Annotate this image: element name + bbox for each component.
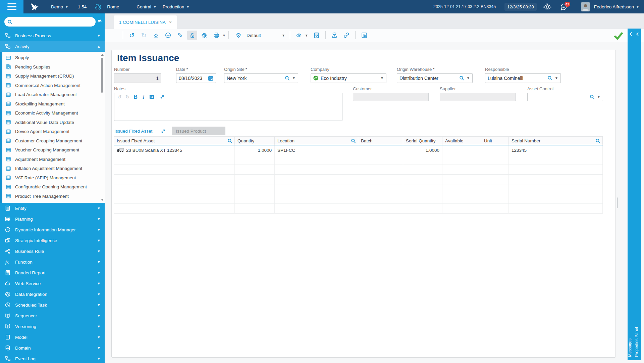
grid-row[interactable]	[114, 165, 603, 175]
column-header-serial-number[interactable]: Serial Number	[509, 137, 603, 145]
grid-row[interactable]	[114, 155, 603, 165]
search-icon[interactable]	[590, 94, 595, 99]
grid-row[interactable]	[114, 194, 603, 204]
grid-row[interactable]	[114, 204, 603, 214]
calendar-icon[interactable]	[208, 76, 213, 81]
environment-selector[interactable]: Demo▼	[51, 4, 68, 9]
document-tab[interactable]: 1 COMINELLI LUISINA ×	[114, 15, 177, 29]
undo-button[interactable]: ↺	[127, 31, 137, 40]
sidebar-item-model[interactable]: Model ▼	[0, 332, 105, 343]
sidebar-item-scheduled-task[interactable]: Scheduled Task ▼	[0, 300, 105, 310]
column-header-quantity[interactable]: Quantity	[235, 137, 275, 145]
debug-bug-button[interactable]	[199, 31, 209, 40]
document-search-button[interactable]	[312, 31, 322, 40]
insert-image-button[interactable]	[148, 94, 155, 100]
sidebar-item-versioning[interactable]: Versioning ▼	[0, 321, 105, 332]
scrollbar-thumb[interactable]	[101, 58, 103, 93]
branch-selector[interactable]: Central▼	[137, 4, 156, 9]
remove-button[interactable]	[163, 31, 173, 40]
hierarchy-button[interactable]	[329, 31, 339, 40]
sidebar-item-entity[interactable]: Entity ▼	[0, 203, 105, 214]
column-header-location[interactable]: Location	[275, 137, 358, 145]
origin-site-input[interactable]	[227, 76, 283, 81]
print-options-chevron[interactable]: ▼	[222, 34, 226, 37]
column-header-unit[interactable]: Unit	[481, 137, 509, 145]
submenu-item-product-tree-management[interactable]: Product Tree Management	[2, 192, 105, 201]
sidebar-item-business-rule[interactable]: Business Rule ▼	[0, 246, 105, 257]
scroll-up-icon[interactable]	[101, 54, 104, 56]
submenu-item-supply[interactable]: Supply	[2, 53, 105, 62]
unlock-button[interactable]	[187, 31, 197, 40]
properties-panel-tab[interactable]: Properties Panel	[634, 29, 641, 360]
chevron-down-icon[interactable]: ▼	[597, 95, 600, 99]
sidebar-item-activity[interactable]: Activity ▲	[0, 41, 105, 52]
sidebar-search-input[interactable]	[14, 18, 96, 26]
assistant-robot-icon[interactable]	[543, 3, 551, 11]
search-icon[interactable]	[227, 138, 232, 143]
asset-control-input[interactable]	[530, 94, 588, 100]
column-header-available[interactable]: Available	[442, 137, 481, 145]
submenu-item-commercial-action-management[interactable]: Commercial Action Management	[2, 81, 105, 90]
sidebar-item-data-integration[interactable]: Data Integration ▼	[0, 289, 105, 300]
column-header-serial-quantity[interactable]: Serial Quantity	[403, 137, 442, 145]
messages-panel-tab[interactable]: Messages	[628, 29, 634, 360]
submenu-item-configurable-opening-management[interactable]: Configurable Opening Management	[2, 182, 105, 192]
sidebar-item-strategic-intelligence[interactable]: Strategic Intelligence ▼	[0, 235, 105, 246]
print-button[interactable]	[211, 31, 221, 40]
scrollbar-thumb[interactable]	[617, 197, 618, 208]
user-menu[interactable]: Federico Alfredsson▼	[594, 4, 639, 9]
submenu-item-customer-grouping-management[interactable]: Customer Grouping Management	[2, 136, 105, 146]
submenu-item-stockpiling-management[interactable]: Stockpiling Management	[2, 99, 105, 109]
sidebar-item-business-process[interactable]: Business Process ▼	[0, 30, 105, 41]
chevron-down-icon[interactable]: ▼	[555, 76, 558, 80]
sidebar-search[interactable]	[4, 17, 96, 27]
origin-warehouse-input[interactable]	[399, 76, 458, 81]
sidebar-item-banded-report[interactable]: Banded Report ▼	[0, 267, 105, 278]
expand-icon[interactable]	[161, 129, 165, 133]
close-icon[interactable]: ×	[169, 19, 172, 25]
grid-row[interactable]: 23 BU08 Scania XT 1233451.0000SP1FCC1.00…	[114, 145, 603, 155]
expand-icon[interactable]	[158, 94, 166, 100]
chevron-down-icon[interactable]: ▼	[292, 76, 296, 80]
avatar[interactable]	[581, 2, 590, 11]
submenu-item-device-agent-management[interactable]: Device Agent Management	[2, 127, 105, 136]
chevron-down-icon[interactable]: ▼	[467, 76, 470, 80]
company-select[interactable]: Eco Industry ▼	[311, 73, 386, 83]
edit-button[interactable]: ✎	[175, 31, 185, 40]
pin-icon[interactable]	[96, 17, 103, 24]
sidebar-item-domain[interactable]: Domain ▼	[0, 343, 105, 353]
menu-icon[interactable]	[0, 0, 23, 13]
search-icon[interactable]	[351, 138, 356, 143]
sidebar-item-sequencer[interactable]: Sequencer ▼	[0, 310, 105, 321]
column-header-batch[interactable]: Batch	[358, 137, 403, 145]
sidebar-item-web-service[interactable]: Web Service ▼	[0, 278, 105, 289]
column-header-issued-fixed-asset[interactable]: Issued Fixed Asset	[114, 137, 235, 145]
tab-issued-fixed-asset[interactable]: Issued Fixed Asset	[114, 127, 169, 135]
search-icon[interactable]	[459, 76, 464, 81]
grid-row[interactable]	[114, 184, 603, 194]
submenu-scrollbar[interactable]	[100, 52, 104, 202]
sidebar-item-dynamic-information-manager[interactable]: Dynamic Information Manager ▼	[0, 224, 105, 235]
sidebar-item-planning[interactable]: Planning ▼	[0, 214, 105, 224]
submenu-item-voucher-grouping-management[interactable]: Voucher Grouping Management	[2, 145, 105, 155]
submenu-item-load-accelerator-management[interactable]: Load Accelerator Management	[2, 90, 105, 99]
search-icon[interactable]	[285, 76, 290, 81]
grid-row[interactable]	[114, 175, 603, 184]
submenu-item-vat-rate-afip-management[interactable]: VAT Rate (AFIP) Management	[2, 173, 105, 183]
submenu-item-inflation-adjustment-management[interactable]: Inflation Adjustment Management	[2, 164, 105, 173]
submenu-item-adjustment-management[interactable]: Adjustment Management	[2, 155, 105, 164]
sidebar-item-event-log[interactable]: Event Log ▼	[0, 353, 105, 363]
notes-input[interactable]	[114, 101, 342, 121]
valid-check-icon[interactable]	[614, 31, 623, 41]
list-check-button[interactable]	[359, 31, 369, 40]
mode-selector[interactable]: Production▼	[163, 4, 190, 9]
italic-button[interactable]: I	[140, 94, 147, 100]
view-options-chevron[interactable]: ▼	[305, 34, 308, 37]
submenu-item-supply-management-crud[interactable]: Supply Management (CRUD)	[2, 72, 105, 81]
submenu-item-pending-supplies[interactable]: Pending Supplies	[2, 62, 105, 72]
submenu-item-economic-activity-management[interactable]: Economic Activity Management	[2, 108, 105, 118]
responsible-input[interactable]	[488, 76, 546, 81]
tab-issued-product[interactable]: Issued Product	[172, 127, 225, 135]
link-button[interactable]	[341, 31, 352, 40]
erase-button[interactable]	[151, 31, 161, 40]
